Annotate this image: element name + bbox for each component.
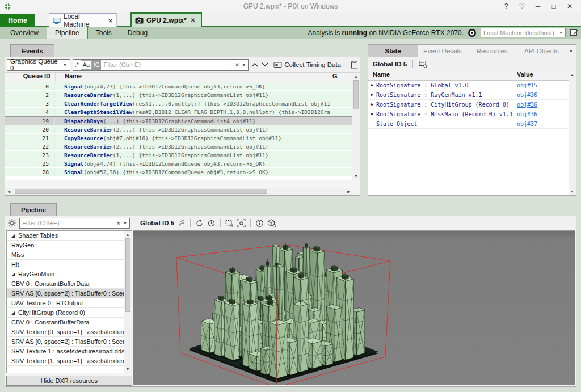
pipeline-item-row[interactable]: CBV 0 : ConstantBufferData: [7, 279, 132, 289]
tab-state[interactable]: State: [368, 45, 418, 57]
pipeline-list-scrollbar[interactable]: ▲ ▼: [124, 231, 132, 373]
state-value-link[interactable]: obj#15: [517, 82, 537, 88]
event-row[interactable]: 4ClearDepthStencilView(res#2,D3D12_CLEAR…: [5, 108, 352, 116]
scroll-down-icon[interactable]: ▼: [352, 172, 360, 180]
pin-icon[interactable]: [178, 219, 186, 227]
collect-timing-data-button[interactable]: Collect Timing Data: [271, 59, 343, 71]
events-hscroll-thumb[interactable]: [15, 189, 267, 194]
scroll-left-icon[interactable]: ◀: [5, 189, 12, 194]
pipeline-group-row[interactable]: RayGenMain: [7, 269, 132, 279]
events-vertical-scrollbar[interactable]: ▲ ▼: [352, 73, 360, 180]
events-horizontal-scrollbar[interactable]: ◀ ▶: [5, 188, 352, 195]
scroll-up-icon[interactable]: ▲: [124, 231, 132, 238]
event-row[interactable]: 2ResourceBarrier(1,...) {this->ID3D12Gra…: [5, 91, 352, 99]
tab-local-machine[interactable]: Local Machine ✕: [49, 13, 117, 27]
clipboard-icon[interactable]: [351, 61, 358, 69]
pipeline-item-row[interactable]: CBV 0 : ConstantBufferData: [7, 318, 132, 327]
state-row[interactable]: ▶RootSignature : MissMain (Record 0) v1.…: [368, 109, 569, 119]
event-row[interactable]: 20ResourceBarrier(2,...) {this->ID3D12Gr…: [5, 125, 352, 134]
state-value-link[interactable]: obj#36: [517, 111, 537, 117]
hide-dxr-resources-button[interactable]: Hide DXR resources: [6, 376, 132, 386]
machine-select[interactable]: Local Machine (localhost)▼: [481, 28, 566, 37]
menu-overview[interactable]: Overview: [2, 27, 47, 39]
minimize-button[interactable]: ─: [530, 2, 546, 10]
pipeline-item-row[interactable]: RayGen: [7, 241, 132, 250]
expand-icon[interactable]: ▶: [368, 92, 376, 97]
events-scroll-thumb[interactable]: [353, 80, 359, 109]
state-row[interactable]: ▶RootSignature : RayGenMain v1.1obj#36: [368, 90, 569, 100]
event-row[interactable]: 23ResourceBarrier(1,...) {this->ID3D12Gr…: [5, 151, 352, 159]
events-filter-input[interactable]: [101, 60, 232, 70]
clear-filter-icon[interactable]: ✕: [114, 220, 123, 226]
pipeline-filter-input[interactable]: [20, 219, 114, 227]
info-icon[interactable]: [255, 219, 264, 227]
column-header-value[interactable]: Value: [513, 71, 569, 80]
column-header-name[interactable]: Name: [55, 73, 330, 82]
acceleration-structure-viewport[interactable]: [133, 230, 575, 385]
event-row[interactable]: 3ClearRenderTargetView(res#1,...,0,nullp…: [5, 99, 352, 108]
pipeline-item-row[interactable]: SRV Texture [1, space=1] : assets\textur…: [7, 356, 132, 366]
pipeline-item-row[interactable]: Hit: [7, 260, 132, 269]
column-header-queue-id[interactable]: Queue ID: [5, 73, 55, 82]
scroll-right-icon[interactable]: ▶: [345, 189, 352, 194]
state-row[interactable]: ▶RootSignature : CityHitGroup (Record 0)…: [368, 100, 569, 109]
menu-pipeline[interactable]: Pipeline: [47, 27, 88, 39]
edit-notes-icon[interactable]: [570, 28, 579, 37]
event-row[interactable]: 21CopyResource(obj#7,obj#16) {this->ID3D…: [5, 134, 352, 142]
tab-home[interactable]: Home: [0, 14, 35, 27]
scroll-down-icon[interactable]: ▼: [124, 365, 132, 373]
filter-history-chevron-icon[interactable]: ▼: [242, 63, 248, 67]
tab-api-objects[interactable]: API Objects: [517, 45, 566, 57]
gear-icon[interactable]: [8, 219, 16, 227]
scroll-up-icon[interactable]: ▲: [569, 71, 576, 78]
queue-select[interactable]: Graphics Queue 0▼: [7, 59, 70, 71]
menu-tools[interactable]: Tools: [88, 27, 120, 39]
state-vertical-scrollbar[interactable]: ▲ ▼: [569, 71, 576, 195]
next-event-button[interactable]: [261, 62, 269, 68]
state-value-link[interactable]: obj#37: [517, 121, 537, 127]
pipeline-scroll-thumb[interactable]: [125, 238, 130, 312]
more-tabs-chevron-icon[interactable]: ▼: [566, 49, 576, 53]
state-value-link[interactable]: obj#36: [517, 92, 537, 98]
column-header-g[interactable]: G: [330, 73, 352, 82]
state-row[interactable]: ▶RootSignature : Global v1.0obj#15: [368, 81, 569, 90]
clear-selection-icon[interactable]: [225, 219, 234, 227]
pipeline-item-row[interactable]: UAV Texture 0 : RTOutput: [7, 298, 132, 308]
expand-icon[interactable]: ▶: [368, 83, 376, 87]
state-row[interactable]: State Objectobj#37: [368, 119, 569, 129]
event-row[interactable]: 25Signal(obj#4,74) {this->ID3D12CommandQ…: [5, 159, 352, 168]
match-case-toggle[interactable]: Aa: [81, 60, 92, 70]
pipeline-item-row[interactable]: SRV Texture 1 : assets\textures\road.dds…: [7, 347, 132, 356]
tab-gpu-capture[interactable]: GPU 2.wpix* ✕: [130, 12, 202, 27]
pipeline-group-row[interactable]: CityHitGroup (Record 0): [7, 308, 132, 318]
events-panel-tab[interactable]: Events: [10, 44, 54, 57]
pipeline-item-row[interactable]: SRV Texture [0, space=1] : assets\textur…: [7, 327, 132, 337]
event-row[interactable]: 0Signal(obj#4,73) {this->ID3D12CommandQu…: [5, 82, 352, 91]
event-row[interactable]: 28Signal(obj#52,36) {this->ID3D12Command…: [5, 168, 352, 176]
event-row[interactable]: 22ResourceBarrier(2,...) {this->ID3D12Gr…: [5, 142, 352, 151]
focus-selection-icon[interactable]: [237, 219, 246, 227]
scroll-down-icon[interactable]: ▼: [569, 188, 576, 195]
pipeline-item-row[interactable]: SRV AS [0, space=2] : TlasBuffer0 : Scen…: [7, 289, 132, 298]
clear-filter-icon[interactable]: ✕: [233, 62, 242, 68]
state-options-icon[interactable]: [419, 60, 427, 68]
pipeline-group-row[interactable]: Shader Tables: [7, 231, 132, 241]
filter-history-chevron-icon[interactable]: ▼: [123, 221, 129, 225]
tab-machine-close-icon[interactable]: ✕: [108, 18, 113, 24]
help-button[interactable]: ?: [498, 2, 514, 10]
tab-event-details[interactable]: Event Details: [418, 45, 467, 57]
expand-icon[interactable]: ▶: [368, 112, 376, 116]
refresh-icon[interactable]: [195, 219, 204, 227]
scroll-up-icon[interactable]: ▲: [352, 73, 360, 80]
geometry-options-icon[interactable]: [267, 219, 276, 227]
feedback-button[interactable]: ♡: [514, 2, 530, 10]
group-filter-toggle[interactable]: !G: [92, 60, 102, 70]
close-button[interactable]: ✕: [562, 2, 578, 10]
pipeline-item-row[interactable]: SRV AS [0, space=2] : TlasBuffer0 : Scen…: [7, 337, 132, 347]
column-header-name[interactable]: Name: [368, 71, 513, 80]
history-icon[interactable]: [207, 219, 216, 227]
state-value-link[interactable]: obj#36: [517, 102, 537, 108]
pipeline-panel-tab[interactable]: Pipeline: [10, 203, 57, 216]
menu-debug[interactable]: Debug: [120, 27, 155, 39]
stop-analysis-icon[interactable]: [468, 28, 477, 37]
